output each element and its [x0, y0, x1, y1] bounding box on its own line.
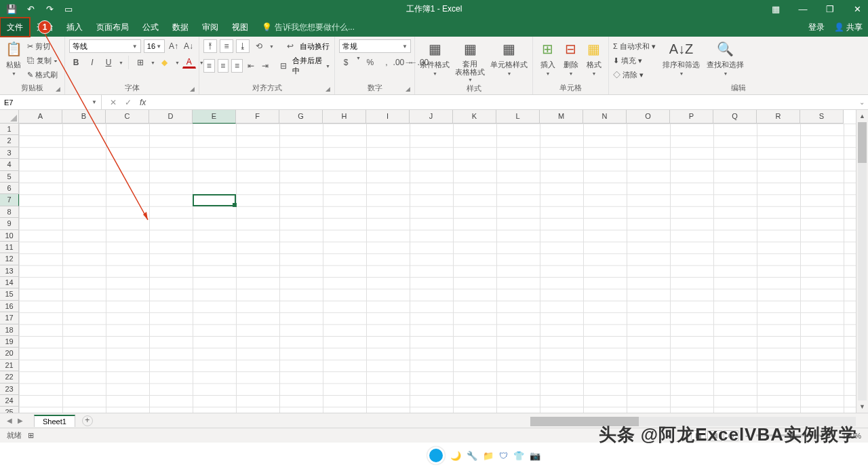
minimize-icon[interactable]: —	[796, 4, 810, 14]
column-header-Q[interactable]: Q	[713, 110, 757, 124]
tab-view[interactable]: 视图	[225, 18, 255, 37]
column-header-A[interactable]: A	[19, 110, 62, 124]
row-header-7[interactable]: 7	[0, 194, 19, 206]
format-as-table-button[interactable]: ▦套用 表格格式▼	[455, 39, 485, 82]
align-bottom-icon[interactable]: ⭳	[236, 39, 250, 53]
row-header-23[interactable]: 23	[0, 384, 19, 395]
comma-icon[interactable]: ,	[380, 56, 393, 69]
confirm-formula-icon[interactable]: ✓	[125, 98, 132, 107]
percent-icon[interactable]: %	[363, 56, 377, 69]
column-header-G[interactable]: G	[279, 110, 323, 124]
align-right-icon[interactable]: ≡	[231, 59, 243, 73]
align-top-icon[interactable]: ⭱	[203, 39, 217, 53]
autosum-button[interactable]: Σ 自动求和 ▾	[613, 39, 656, 53]
column-header-I[interactable]: I	[366, 110, 410, 124]
row-header-13[interactable]: 13	[0, 265, 19, 277]
insert-cells-button[interactable]: ⊞插入▼	[538, 39, 557, 76]
tab-page-layout[interactable]: 页面布局	[90, 18, 136, 37]
merge-center-button[interactable]: 合并后居中	[292, 56, 322, 76]
find-select-button[interactable]: 🔍查找和选择▼	[707, 39, 744, 76]
launcher-icon[interactable]: ◢	[190, 86, 195, 92]
decrease-indent-icon[interactable]: ⇤	[245, 59, 257, 73]
formula-input[interactable]	[154, 95, 856, 109]
column-header-J[interactable]: J	[410, 110, 453, 124]
redo-icon[interactable]: ↷	[45, 4, 54, 14]
column-header-C[interactable]: C	[106, 110, 149, 124]
align-middle-icon[interactable]: ≡	[220, 39, 233, 53]
font-size-combo[interactable]: 16▼	[144, 39, 165, 53]
column-header-H[interactable]: H	[323, 110, 366, 124]
underline-button[interactable]: U	[102, 56, 115, 69]
launcher-icon[interactable]: ◢	[326, 86, 330, 92]
shrink-font-icon[interactable]: A↓	[182, 39, 195, 53]
launcher-icon[interactable]: ◢	[406, 86, 410, 92]
row-header-12[interactable]: 12	[0, 253, 19, 265]
row-header-22[interactable]: 22	[0, 371, 19, 383]
sheet-tab-sheet1[interactable]: Sheet1	[34, 415, 75, 427]
font-name-combo[interactable]: 等线▼	[69, 39, 141, 53]
column-header-P[interactable]: P	[670, 110, 713, 124]
row-header-25[interactable]: 25	[0, 407, 19, 413]
column-header-L[interactable]: L	[496, 110, 540, 124]
column-header-R[interactable]: R	[757, 110, 800, 124]
column-header-N[interactable]: N	[583, 110, 627, 124]
cells-area[interactable]	[19, 124, 856, 413]
tab-formulas[interactable]: 公式	[136, 18, 165, 37]
align-center-icon[interactable]: ≡	[218, 59, 229, 73]
row-header-4[interactable]: 4	[0, 159, 19, 170]
fill-button[interactable]: ⬇ 填充 ▾	[613, 54, 656, 67]
undo-icon[interactable]: ↶	[26, 4, 35, 14]
sheet-nav[interactable]: ◀▶	[0, 417, 30, 424]
sort-filter-button[interactable]: A↓Z排序和筛选▼	[663, 39, 700, 76]
grow-font-icon[interactable]: A↑	[167, 39, 180, 53]
column-header-E[interactable]: E	[193, 110, 236, 124]
increase-decimal-icon[interactable]: .00→	[396, 56, 410, 69]
orientation-icon[interactable]: ⟲	[252, 39, 266, 53]
cell-styles-button[interactable]: ▦单元格样式▼	[490, 39, 528, 76]
ribbon-options-icon[interactable]: ▦	[769, 4, 783, 14]
paste-button[interactable]: 📋 粘贴▼	[4, 39, 23, 76]
share-button[interactable]: 👤 共享	[834, 22, 863, 33]
row-header-19[interactable]: 19	[0, 336, 19, 348]
add-sheet-button[interactable]: +	[82, 415, 93, 426]
row-header-5[interactable]: 5	[0, 171, 19, 183]
tab-file[interactable]: 文件	[0, 18, 30, 37]
expand-formula-bar-icon[interactable]: ⌄	[856, 95, 868, 109]
number-format-combo[interactable]: 常规▼	[339, 39, 411, 53]
column-header-S[interactable]: S	[800, 110, 844, 124]
clear-button[interactable]: ◇ 清除 ▾	[613, 68, 656, 81]
align-left-icon[interactable]: ≡	[203, 59, 215, 73]
row-header-1[interactable]: 1	[0, 124, 19, 135]
tab-insert[interactable]: 插入	[60, 18, 90, 37]
bold-button[interactable]: B	[69, 56, 83, 69]
row-header-15[interactable]: 15	[0, 288, 19, 300]
scroll-down-icon[interactable]: ▼	[856, 400, 868, 413]
fill-handle[interactable]	[233, 203, 237, 207]
row-header-2[interactable]: 2	[0, 135, 19, 147]
font-color-button[interactable]: A	[182, 56, 196, 69]
copy-button[interactable]: ⿻ 复制 ▾	[27, 54, 58, 67]
row-header-18[interactable]: 18	[0, 324, 19, 336]
border-button[interactable]: ⊞	[134, 56, 147, 69]
row-header-9[interactable]: 9	[0, 218, 19, 229]
tell-me[interactable]: 💡 告诉我您想要做什么...	[262, 22, 355, 33]
worksheet-grid[interactable]: ABCDEFGHIJKLMNOPQRS 12345678910111213141…	[0, 110, 868, 413]
cancel-formula-icon[interactable]: ✕	[110, 98, 117, 107]
column-header-K[interactable]: K	[453, 110, 496, 124]
cut-button[interactable]: ✂ 剪切	[27, 39, 58, 53]
row-header-21[interactable]: 21	[0, 360, 19, 371]
maximize-icon[interactable]: ❐	[823, 4, 837, 14]
tab-data[interactable]: 数据	[165, 18, 195, 37]
signin-link[interactable]: 登录	[808, 22, 825, 33]
row-header-3[interactable]: 3	[0, 147, 19, 159]
vertical-scrollbar[interactable]: ▲ ▼	[856, 110, 868, 413]
insert-function-icon[interactable]: fx	[140, 98, 146, 107]
column-header-D[interactable]: D	[149, 110, 193, 124]
currency-icon[interactable]: $	[339, 56, 353, 69]
fill-color-button[interactable]: ◆	[158, 56, 172, 69]
row-header-11[interactable]: 11	[0, 242, 19, 253]
row-header-17[interactable]: 17	[0, 312, 19, 324]
row-header-16[interactable]: 16	[0, 301, 19, 312]
selected-cell[interactable]	[193, 194, 236, 206]
new-doc-icon[interactable]: ▭	[64, 4, 73, 14]
